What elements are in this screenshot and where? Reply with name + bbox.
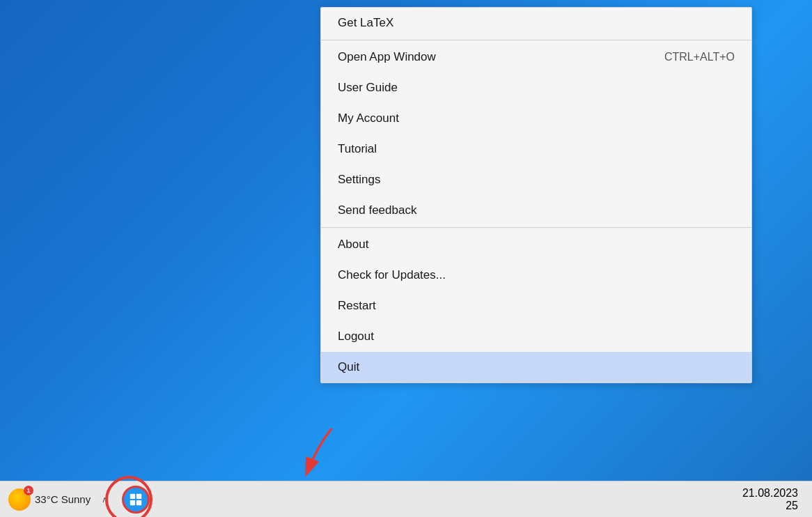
- menu-item-send-feedback[interactable]: Send feedback: [321, 195, 751, 226]
- svg-rect-2: [130, 500, 135, 504]
- menu-item-logout[interactable]: Logout: [321, 321, 751, 352]
- menu-item-label-tutorial: Tutorial: [338, 142, 377, 156]
- expand-tray-button[interactable]: ∧: [102, 495, 108, 504]
- menu-item-label-check-updates: Check for Updates...: [338, 268, 446, 282]
- menu-item-label-restart: Restart: [338, 299, 376, 313]
- menu-item-get-latex[interactable]: Get LaTeX: [321, 8, 751, 38]
- taskbar-extra: 25: [786, 500, 798, 512]
- menu-item-quit[interactable]: Quit: [321, 352, 751, 383]
- menu-item-tutorial[interactable]: Tutorial: [321, 134, 751, 164]
- svg-rect-3: [136, 500, 141, 504]
- weather-badge: 1: [24, 486, 33, 495]
- weather-icon: 1: [8, 488, 31, 511]
- svg-rect-0: [130, 493, 135, 498]
- menu-item-label-open-app-window: Open App Window: [338, 50, 436, 64]
- taskbar-clock: 21.08.2023 25: [742, 487, 804, 512]
- mathpix-icon: [128, 492, 143, 507]
- menu-item-label-settings: Settings: [338, 173, 380, 187]
- menu-divider-after-get-latex: [321, 40, 751, 40]
- app-tray-icon[interactable]: [122, 486, 150, 514]
- menu-item-shortcut-open-app-window: CTRL+ALT+O: [664, 51, 735, 63]
- menu-item-user-guide[interactable]: User Guide: [321, 72, 751, 103]
- menu-item-label-send-feedback: Send feedback: [338, 203, 416, 217]
- menu-item-label-about: About: [338, 238, 368, 252]
- weather-widget: 1 33°C Sunny: [8, 488, 91, 511]
- menu-item-my-account[interactable]: My Account: [321, 103, 751, 134]
- svg-rect-1: [136, 493, 141, 498]
- taskbar-date: 21.08.2023: [742, 487, 798, 500]
- menu-item-label-logout: Logout: [338, 330, 374, 344]
- temperature-label: 33°C Sunny: [35, 493, 91, 505]
- context-menu: Get LaTeXOpen App WindowCTRL+ALT+OUser G…: [320, 7, 752, 383]
- menu-item-settings[interactable]: Settings: [321, 164, 751, 195]
- menu-item-check-updates[interactable]: Check for Updates...: [321, 260, 751, 291]
- menu-item-restart[interactable]: Restart: [321, 291, 751, 321]
- menu-item-label-get-latex: Get LaTeX: [338, 16, 393, 30]
- menu-item-about[interactable]: About: [321, 229, 751, 260]
- menu-item-open-app-window[interactable]: Open App WindowCTRL+ALT+O: [321, 42, 751, 72]
- menu-divider-after-send-feedback: [321, 227, 751, 228]
- menu-item-label-quit: Quit: [338, 360, 359, 374]
- menu-item-label-my-account: My Account: [338, 111, 399, 125]
- taskbar: 1 33°C Sunny ∧ 21.08.2023 25: [0, 481, 812, 517]
- menu-item-label-user-guide: User Guide: [338, 81, 398, 95]
